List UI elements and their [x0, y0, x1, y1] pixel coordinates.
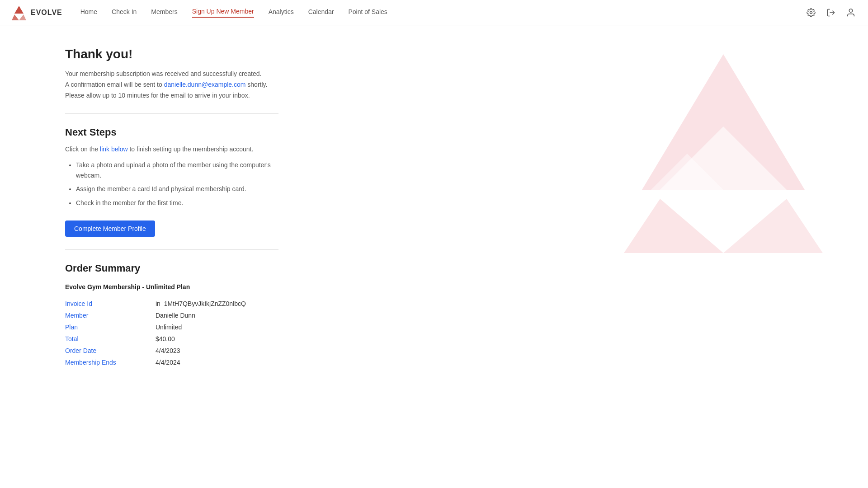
- order-table: Invoice Idin_1MtH7QByvJkIkjZnZZ0nlbcQMem…: [65, 298, 278, 368]
- steps-list: Take a photo and upload a photo of the m…: [65, 160, 278, 208]
- nav-members[interactable]: Members: [151, 8, 177, 17]
- svg-point-6: [849, 9, 852, 12]
- step-1: Take a photo and upload a photo of the m…: [76, 160, 278, 180]
- app-name: EVOLVE: [31, 9, 62, 17]
- thank-you-line2: A confirmation email will be sent to dan…: [65, 80, 278, 90]
- order-row-value: 4/4/2023: [156, 345, 278, 357]
- logout-icon[interactable]: [825, 6, 837, 19]
- next-steps-intro: Click on the link below to finish settin…: [65, 145, 278, 153]
- nav-calendar[interactable]: Calendar: [308, 8, 334, 17]
- order-row-value: Danielle Dunn: [156, 310, 278, 321]
- order-row-value: 4/4/2024: [156, 357, 278, 368]
- divider-2: [65, 249, 278, 250]
- order-table-row: Order Date4/4/2023: [65, 345, 278, 357]
- svg-marker-1: [14, 6, 24, 14]
- logo-icon: [11, 5, 27, 21]
- next-steps-title: Next Steps: [65, 127, 278, 138]
- order-row-label: Invoice Id: [65, 298, 156, 310]
- navbar: EVOLVE Home Check In Members Sign Up New…: [0, 0, 868, 25]
- thank-you-title: Thank you!: [65, 47, 278, 61]
- app-logo[interactable]: EVOLVE: [11, 5, 62, 21]
- svg-marker-8: [624, 199, 723, 253]
- divider-1: [65, 113, 278, 114]
- order-table-row: Membership Ends4/4/2024: [65, 357, 278, 368]
- nav-links: Home Check In Members Sign Up New Member…: [80, 8, 805, 18]
- order-table-row: MemberDanielle Dunn: [65, 310, 278, 321]
- email-link[interactable]: danielle.dunn@example.com: [164, 81, 246, 88]
- complete-member-profile-button[interactable]: Complete Member Profile: [65, 221, 155, 237]
- background-logo: [615, 36, 832, 253]
- order-row-value: $40.00: [156, 333, 278, 345]
- nav-checkin[interactable]: Check In: [112, 8, 137, 17]
- order-row-label: Plan: [65, 321, 156, 333]
- nav-pos[interactable]: Point of Sales: [348, 8, 387, 17]
- thank-you-line3: Please allow up to 10 minutes for the em…: [65, 90, 278, 101]
- order-row-label: Membership Ends: [65, 357, 156, 368]
- main-content: Thank you! Your membership subscription …: [0, 25, 344, 390]
- order-row-value: in_1MtH7QByvJkIkjZnZZ0nlbcQ: [156, 298, 278, 310]
- order-row-value: Unlimited: [156, 321, 278, 333]
- settings-icon[interactable]: [805, 6, 817, 19]
- svg-marker-2: [12, 14, 19, 20]
- step-2: Assign the member a card Id and physical…: [76, 184, 278, 194]
- order-table-row: Invoice Idin_1MtH7QByvJkIkjZnZZ0nlbcQ: [65, 298, 278, 310]
- svg-marker-10: [660, 127, 787, 190]
- order-table-row: PlanUnlimited: [65, 321, 278, 333]
- order-row-label: Member: [65, 310, 156, 321]
- svg-marker-3: [19, 14, 26, 20]
- nav-signup[interactable]: Sign Up New Member: [192, 8, 254, 18]
- user-icon[interactable]: [844, 6, 857, 19]
- svg-point-4: [810, 11, 812, 14]
- step-3: Check in the member for the first time.: [76, 198, 278, 208]
- next-steps-link[interactable]: link below: [100, 145, 127, 153]
- order-table-row: Total$40.00: [65, 333, 278, 345]
- order-summary-title: Order Summary: [65, 263, 278, 274]
- nav-actions: [805, 6, 857, 19]
- thank-you-line1: Your membership subscription was receive…: [65, 69, 278, 80]
- nav-analytics[interactable]: Analytics: [269, 8, 294, 17]
- svg-marker-11: [651, 154, 723, 190]
- svg-marker-7: [642, 54, 805, 190]
- svg-marker-9: [723, 199, 823, 253]
- order-row-label: Order Date: [65, 345, 156, 357]
- order-plan-name: Evolve Gym Membership - Unlimited Plan: [65, 283, 278, 291]
- order-row-label: Total: [65, 333, 156, 345]
- nav-home[interactable]: Home: [80, 8, 97, 17]
- thank-you-body: Your membership subscription was receive…: [65, 69, 278, 101]
